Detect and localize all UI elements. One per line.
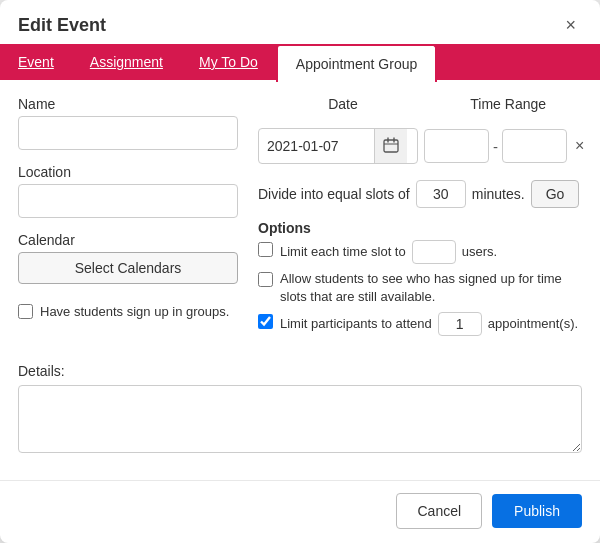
name-input[interactable] <box>18 116 238 150</box>
modal-footer: Cancel Publish <box>0 480 600 543</box>
date-input[interactable] <box>259 132 374 160</box>
date-time-headers: Date Time Range <box>258 96 588 112</box>
options-title: Options <box>258 220 588 236</box>
limit-slot-text: Limit each time slot to users. <box>280 240 497 264</box>
slots-input[interactable] <box>416 180 466 208</box>
limit-attend-text: Limit participants to attend appointment… <box>280 312 578 336</box>
modal-title: Edit Event <box>18 15 106 36</box>
slots-row: Divide into equal slots of minutes. Go <box>258 180 588 208</box>
slots-suffix: minutes. <box>472 186 525 202</box>
modal-body: Name Location Calendar Select Calendars … <box>0 80 600 472</box>
limit-slot-checkbox[interactable] <box>258 242 273 257</box>
location-field-group: Location <box>18 164 238 218</box>
location-input[interactable] <box>18 184 238 218</box>
go-button[interactable]: Go <box>531 180 580 208</box>
time-range-header: Time Range <box>428 96 588 112</box>
details-section: Details: <box>18 363 582 456</box>
options-section: Options Limit each time slot to users. <box>258 220 588 342</box>
limit-attend-checkbox[interactable] <box>258 314 273 329</box>
name-label: Name <box>18 96 238 112</box>
calendar-label: Calendar <box>18 232 238 248</box>
allow-see-option: Allow students to see who has signed up … <box>258 270 588 306</box>
slots-prefix: Divide into equal slots of <box>258 186 410 202</box>
limit-attend-option: Limit participants to attend appointment… <box>258 312 588 336</box>
tab-my-to-do[interactable]: My To Do <box>181 44 276 80</box>
date-input-wrap <box>258 128 418 164</box>
date-time-row: - × <box>258 128 588 164</box>
left-column: Name Location Calendar Select Calendars … <box>18 96 238 349</box>
calendar-icon-button[interactable] <box>374 129 407 163</box>
right-column: Date Time Range <box>258 96 588 349</box>
time-from-input[interactable] <box>424 129 489 163</box>
form-layout: Name Location Calendar Select Calendars … <box>18 96 582 349</box>
limit-users-input[interactable] <box>412 240 456 264</box>
close-button[interactable]: × <box>559 14 582 36</box>
modal-header: Edit Event × <box>0 0 600 36</box>
cancel-button[interactable]: Cancel <box>396 493 482 529</box>
publish-button[interactable]: Publish <box>492 494 582 528</box>
tab-bar: Event Assignment My To Do Appointment Gr… <box>0 44 600 80</box>
location-label: Location <box>18 164 238 180</box>
tab-appointment-group[interactable]: Appointment Group <box>276 44 437 82</box>
calendar-icon <box>383 137 399 153</box>
time-range-wrap: - × <box>424 129 588 163</box>
groups-checkbox[interactable] <box>18 304 33 319</box>
limit-slot-option: Limit each time slot to users. <box>258 240 588 264</box>
tab-event[interactable]: Event <box>0 44 72 80</box>
svg-rect-0 <box>384 140 398 152</box>
calendar-field-group: Calendar Select Calendars <box>18 232 238 284</box>
clear-time-button[interactable]: × <box>571 135 588 157</box>
attend-input[interactable] <box>438 312 482 336</box>
select-calendars-button[interactable]: Select Calendars <box>18 252 238 284</box>
groups-checkbox-row: Have students sign up in groups. <box>18 304 238 319</box>
details-textarea[interactable] <box>18 385 582 453</box>
time-dash: - <box>493 138 498 155</box>
date-header: Date <box>258 96 428 112</box>
modal: Edit Event × Event Assignment My To Do A… <box>0 0 600 543</box>
name-field-group: Name <box>18 96 238 150</box>
allow-see-checkbox[interactable] <box>258 272 273 287</box>
allow-see-text: Allow students to see who has signed up … <box>280 270 588 306</box>
details-label: Details: <box>18 363 582 379</box>
groups-checkbox-label: Have students sign up in groups. <box>40 304 229 319</box>
time-to-input[interactable] <box>502 129 567 163</box>
tab-assignment[interactable]: Assignment <box>72 44 181 80</box>
